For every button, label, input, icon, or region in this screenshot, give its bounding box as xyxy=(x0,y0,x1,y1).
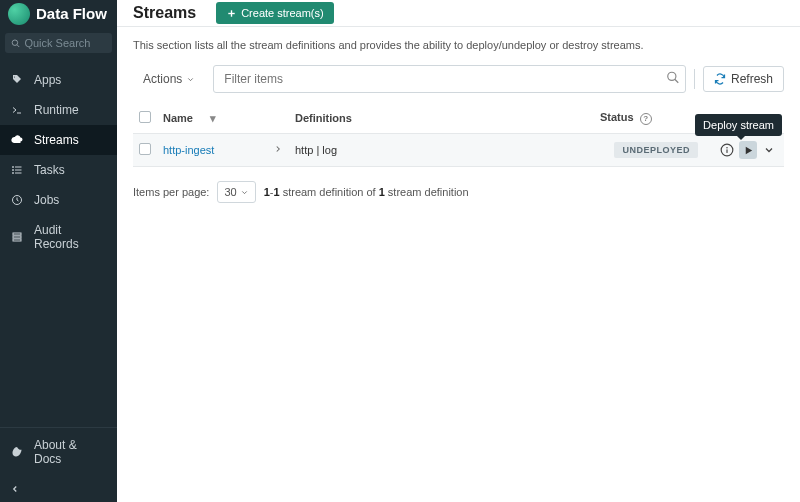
sidebar-item-label: Jobs xyxy=(34,193,59,207)
pager: Items per page: 30 1-1 stream definition… xyxy=(133,181,784,203)
refresh-icon xyxy=(714,73,726,85)
sidebar-item-apps[interactable]: Apps xyxy=(0,65,117,95)
leaf-icon xyxy=(10,445,24,459)
sidebar: Data Flow Apps Runtime Streams Tasks Job… xyxy=(0,0,117,502)
col-header-name[interactable]: Name ▾ xyxy=(157,103,267,134)
svg-point-7 xyxy=(13,170,14,171)
tag-icon xyxy=(10,73,24,87)
brand-title: Data Flow xyxy=(36,5,107,22)
create-stream-label: Create stream(s) xyxy=(241,7,324,19)
svg-point-15 xyxy=(668,72,676,80)
svg-rect-19 xyxy=(726,149,727,153)
row-actions xyxy=(710,141,778,159)
svg-rect-11 xyxy=(13,236,21,238)
play-icon xyxy=(743,145,754,156)
pager-summary: 1-1 stream definition of 1 stream defini… xyxy=(264,186,469,198)
filter-search-button[interactable] xyxy=(666,71,680,88)
chevron-left-icon xyxy=(10,484,20,494)
refresh-label: Refresh xyxy=(731,72,773,86)
filter-wrap xyxy=(213,65,686,93)
filter-input[interactable] xyxy=(213,65,686,93)
sort-desc-icon: ▾ xyxy=(210,112,216,124)
sidebar-collapse-button[interactable] xyxy=(0,476,117,502)
list-icon xyxy=(10,163,24,177)
actions-label: Actions xyxy=(143,72,182,86)
brand: Data Flow xyxy=(0,0,117,27)
svg-point-6 xyxy=(13,167,14,168)
help-icon[interactable]: ? xyxy=(640,113,652,125)
sidebar-item-label: Runtime xyxy=(34,103,79,117)
info-icon xyxy=(720,143,734,157)
svg-point-0 xyxy=(12,39,18,45)
svg-point-18 xyxy=(726,147,728,149)
row-checkbox[interactable] xyxy=(139,143,151,155)
plus-icon xyxy=(226,8,237,19)
page-size-value: 30 xyxy=(224,186,236,198)
chevron-down-icon xyxy=(186,75,195,84)
pager-label: Items per page: xyxy=(133,186,209,198)
sidebar-item-streams[interactable]: Streams xyxy=(0,125,117,155)
page-size-select[interactable]: 30 xyxy=(217,181,255,203)
sidebar-item-label: Tasks xyxy=(34,163,65,177)
col-header-definitions: Definitions xyxy=(289,103,594,134)
sidebar-item-runtime[interactable]: Runtime xyxy=(0,95,117,125)
svg-line-1 xyxy=(17,44,19,46)
sidebar-item-jobs[interactable]: Jobs xyxy=(0,185,117,215)
sidebar-search-wrap xyxy=(0,27,117,59)
status-badge: UNDEPLOYED xyxy=(614,142,698,158)
more-button[interactable] xyxy=(760,141,778,159)
select-all-checkbox[interactable] xyxy=(139,111,151,123)
toolbar-divider xyxy=(694,69,695,89)
svg-rect-10 xyxy=(13,233,21,235)
sidebar-search[interactable] xyxy=(5,33,112,53)
actions-dropdown[interactable]: Actions xyxy=(133,66,205,92)
stream-definition: http | log xyxy=(289,134,594,167)
cloud-icon xyxy=(10,133,24,147)
toolbar: Actions Refresh xyxy=(133,65,784,93)
content: This section lists all the stream defini… xyxy=(117,27,800,502)
main: Streams Create stream(s) This section li… xyxy=(117,0,800,502)
stream-name-link[interactable]: http-ingest xyxy=(163,144,214,156)
search-icon xyxy=(11,38,20,49)
brand-logo xyxy=(8,3,30,25)
sidebar-footer: About & Docs xyxy=(0,427,117,502)
clock-icon xyxy=(10,193,24,207)
page-title: Streams xyxy=(133,4,196,22)
sidebar-item-audit[interactable]: Audit Records xyxy=(0,215,117,259)
sidebar-nav: Apps Runtime Streams Tasks Jobs Audit Re… xyxy=(0,65,117,427)
chevron-right-icon[interactable] xyxy=(273,144,283,154)
records-icon xyxy=(10,230,24,244)
page-header: Streams Create stream(s) xyxy=(117,0,800,27)
svg-rect-12 xyxy=(13,239,21,241)
sidebar-item-label: Apps xyxy=(34,73,61,87)
info-button[interactable] xyxy=(718,141,736,159)
deploy-tooltip: Deploy stream xyxy=(695,114,782,136)
sidebar-item-label: About & Docs xyxy=(34,438,107,466)
col-header-name-label: Name xyxy=(163,112,193,124)
chevron-down-icon xyxy=(240,188,249,197)
refresh-button[interactable]: Refresh xyxy=(703,66,784,92)
search-icon xyxy=(666,71,680,85)
col-header-status: Status ? xyxy=(594,103,704,134)
svg-line-16 xyxy=(675,79,679,83)
page-description: This section lists all the stream defini… xyxy=(133,39,784,51)
svg-point-8 xyxy=(13,173,14,174)
streams-table: Name ▾ Definitions Status ? http-ingest xyxy=(133,103,784,167)
deploy-button[interactable] xyxy=(739,141,757,159)
terminal-icon xyxy=(10,103,24,117)
create-stream-button[interactable]: Create stream(s) xyxy=(216,2,334,24)
sidebar-search-input[interactable] xyxy=(24,37,106,49)
chevron-down-icon xyxy=(763,144,775,156)
sidebar-item-tasks[interactable]: Tasks xyxy=(0,155,117,185)
sidebar-item-about[interactable]: About & Docs xyxy=(0,428,117,476)
table-row: http-ingest http | log UNDEPLOYED xyxy=(133,134,784,167)
svg-marker-20 xyxy=(745,146,751,153)
sidebar-item-label: Streams xyxy=(34,133,79,147)
sidebar-item-label: Audit Records xyxy=(34,223,107,251)
